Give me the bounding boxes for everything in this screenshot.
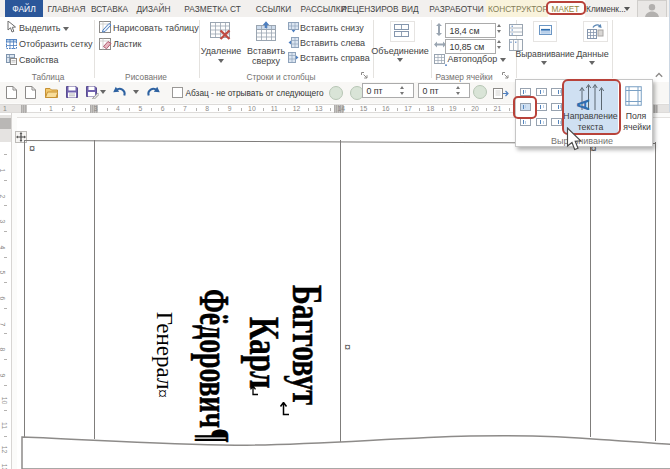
svg-text:A: A: [574, 99, 593, 110]
